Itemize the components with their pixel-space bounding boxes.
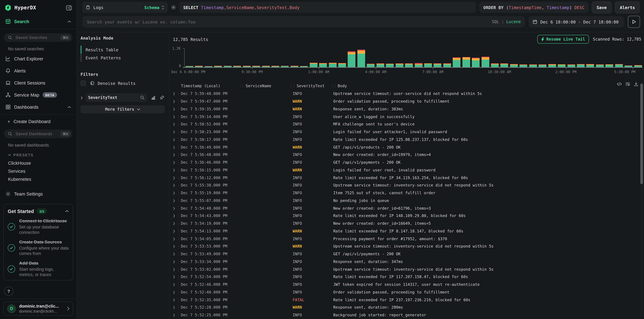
drag-handle-icon[interactable]: ⋮⋮: [290, 84, 295, 88]
row-expand[interactable]: ❯: [173, 128, 181, 136]
chart-bar[interactable]: [520, 64, 528, 67]
pin-icon[interactable]: [160, 95, 164, 100]
sidebar-item-chart-explorer[interactable]: Chart Explorer: [0, 53, 76, 65]
source-settings-gear-icon[interactable]: [171, 5, 176, 10]
source-select[interactable]: Logs Schema: [82, 2, 168, 13]
table-row[interactable]: ❯Dec 7 5:55:19.000 PMINFOItem 7525 out o…: [173, 189, 636, 197]
row-expand[interactable]: ❯: [173, 258, 181, 266]
sidebar-item-alerts[interactable]: Alerts: [0, 65, 76, 77]
table-row[interactable]: ❯Dec 7 5:52:28.000 PMWARNResponse sent, …: [173, 304, 636, 311]
row-expand[interactable]: ❯: [173, 212, 181, 220]
chart-bar[interactable]: [482, 57, 489, 67]
sql-toggle[interactable]: SQL: [492, 19, 499, 24]
chart-bar[interactable]: [396, 63, 403, 67]
run-query-button[interactable]: [628, 16, 640, 28]
row-expand[interactable]: ❯: [173, 197, 181, 204]
sidebar-item-team-settings[interactable]: Team Settings: [0, 188, 76, 200]
table-row[interactable]: ❯Dec 7 5:58:52.000 PMINFOMFA challenge s…: [173, 120, 636, 128]
create-dashboard-button[interactable]: + Create Dashboard: [0, 116, 76, 127]
orderby-input[interactable]: ORDER BY (TimestampTime, Timestamp) DESC: [479, 2, 588, 13]
chart-bar[interactable]: [596, 64, 604, 67]
help-button[interactable]: ?: [4, 287, 14, 296]
row-expand[interactable]: ❯: [173, 220, 181, 227]
drag-handle-icon[interactable]: ⋮⋮: [330, 84, 336, 88]
save-button[interactable]: Save: [592, 1, 612, 13]
select-query-input[interactable]: SELECT Timestamp,ServiceName,SeverityTex…: [179, 2, 476, 13]
preset-kubernetes[interactable]: Kubernetes: [0, 175, 76, 183]
sidebar-item-client-sessions[interactable]: Client Sessions: [0, 77, 76, 89]
row-expand[interactable]: ❯: [173, 159, 181, 166]
chart-bar[interactable]: [233, 66, 241, 67]
row-expand[interactable]: ❯: [173, 273, 181, 281]
chart-bar[interactable]: [500, 63, 508, 67]
sidebar-item-service-map[interactable]: Service MapBETA: [0, 89, 76, 101]
chart-bar[interactable]: [300, 66, 308, 67]
chart-bar[interactable]: [434, 63, 442, 67]
chart-bar[interactable]: [367, 64, 375, 67]
table-row[interactable]: ❯Dec 7 5:54:43.000 PMINFORate limit exce…: [173, 212, 636, 220]
table-row[interactable]: ❯Dec 7 5:58:17.000 PMINFORate limit exce…: [173, 136, 636, 143]
table-row[interactable]: ❯Dec 7 5:54:05.000 PMINFOProcessing paym…: [173, 235, 636, 243]
denoise-checkbox[interactable]: [80, 80, 86, 86]
chart-bar[interactable]: [358, 50, 365, 67]
resume-live-tail-button[interactable]: Resume Live Tail: [537, 35, 589, 44]
chart-bar[interactable]: [624, 65, 632, 67]
saved-searches-searchbox[interactable]: ⌘K: [4, 33, 72, 42]
row-expand[interactable]: ❯: [173, 281, 181, 289]
chart-bar[interactable]: [558, 64, 566, 67]
table-row[interactable]: ❯Dec 7 5:56:46.000 PMINFOGET /api/v1/pay…: [173, 159, 636, 166]
chart-bar[interactable]: [338, 63, 346, 67]
row-expand[interactable]: ❯: [173, 204, 181, 212]
table-row[interactable]: ❯Dec 7 5:59:35.000 PMWARNResponse sent, …: [173, 105, 636, 113]
table-row[interactable]: ❯Dec 7 5:52:35.000 PMFATALRate limit exc…: [173, 296, 636, 304]
row-expand[interactable]: ❯: [173, 235, 181, 243]
preset-services[interactable]: Services: [0, 167, 76, 175]
chart-bar[interactable]: [319, 63, 327, 67]
table-row[interactable]: ❯Dec 7 5:54:19.000 PMINFONew order creat…: [173, 220, 636, 227]
table-row[interactable]: ❯Dec 7 5:54:48.000 PMINFONew order creat…: [173, 204, 636, 212]
chart-bar[interactable]: [186, 66, 193, 67]
saved-dashboards-input[interactable]: [15, 131, 60, 137]
row-expand[interactable]: ❯: [173, 105, 181, 113]
chart-bar[interactable]: [567, 64, 575, 67]
date-range-picker[interactable]: Dec 6 18:00:00 - Dec 7 18:00:00: [528, 16, 624, 27]
get-started-step[interactable]: Add DataStart sending logs, metrics, or …: [8, 261, 69, 277]
code-view-icon[interactable]: [617, 82, 622, 86]
chart-bar[interactable]: [606, 64, 613, 67]
chart-bar[interactable]: [272, 66, 279, 67]
table-row[interactable]: ❯Dec 7 5:53:02.000 PMINFOUpstream servic…: [173, 266, 636, 273]
get-started-step[interactable]: Create Data SourcesConfigure where your …: [8, 240, 69, 256]
table-row[interactable]: ❯Dec 7 5:59:48.000 PMINFOUpstream servic…: [173, 90, 636, 98]
scrollbar-thumb[interactable]: [640, 83, 643, 184]
chart-bar[interactable]: [443, 63, 451, 67]
table-row[interactable]: ❯Dec 7 5:59:14.000 PMINFOUser alice_w lo…: [173, 113, 636, 121]
expand-filter-chevron-icon[interactable]: ❯: [80, 95, 83, 100]
wrap-lines-icon[interactable]: [625, 82, 630, 86]
table-row[interactable]: ❯Dec 7 5:52:25.000 PMINFOBackground job …: [173, 311, 636, 319]
lucene-toggle[interactable]: Lucene: [506, 19, 521, 24]
chart-bar[interactable]: [310, 63, 317, 67]
chart-bar[interactable]: [414, 63, 422, 67]
row-expand[interactable]: ❯: [173, 113, 181, 121]
table-row[interactable]: ❯Dec 7 5:56:49.000 PMWARNGET /api/v1/pro…: [173, 143, 636, 151]
chart-bar[interactable]: [224, 66, 232, 67]
row-expand[interactable]: ❯: [173, 136, 181, 143]
chart-bar[interactable]: [262, 66, 270, 67]
column-header-servicename[interactable]: ⋮⋮ServiceName: [238, 83, 290, 88]
row-expand[interactable]: ❯: [173, 166, 181, 174]
column-header-timestamp[interactable]: Timestamp (Local): [181, 83, 238, 88]
presets-toggle[interactable]: PRESETS: [0, 153, 76, 157]
more-filters-button[interactable]: More filters: [80, 105, 165, 113]
row-expand[interactable]: ❯: [173, 151, 181, 159]
table-row[interactable]: ❯Dec 7 5:54:13.000 PMWARNRate limit exce…: [173, 227, 636, 235]
chart-bar[interactable]: [615, 64, 623, 67]
chart-bar[interactable]: [548, 64, 556, 67]
alerts-button[interactable]: Alerts: [615, 1, 640, 13]
row-expand[interactable]: ❯: [173, 189, 181, 197]
chart-bar[interactable]: [538, 64, 546, 67]
chart-filter-icon[interactable]: [151, 95, 156, 100]
table-row[interactable]: ❯Dec 7 5:56:12.000 PMINFORate limit exce…: [173, 174, 636, 182]
chart-bar[interactable]: [376, 63, 384, 67]
row-expand[interactable]: ❯: [173, 250, 181, 258]
row-expand[interactable]: ❯: [173, 143, 181, 151]
